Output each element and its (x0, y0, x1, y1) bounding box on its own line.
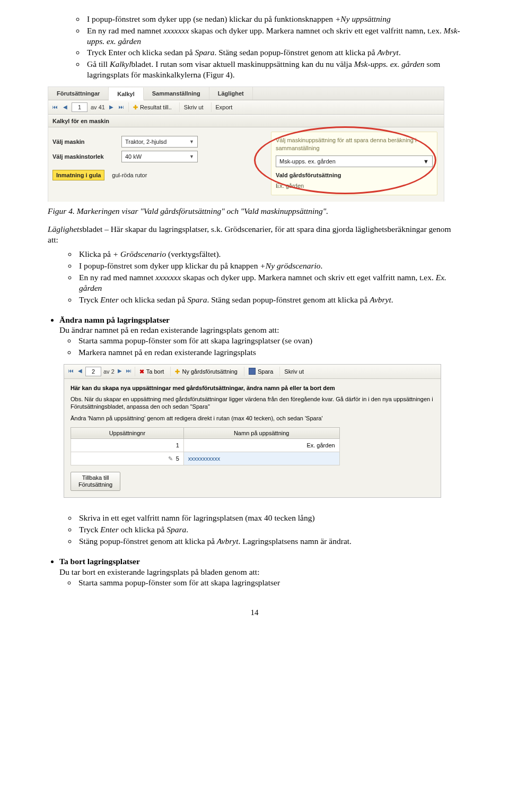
page-number-input[interactable]: 1 (72, 102, 87, 112)
delete-button[interactable]: ✖Ta bort (135, 367, 169, 376)
laglighet-para: Läglighetsbladet – Här skapar du lagring… (48, 224, 461, 245)
last-page-icon[interactable]: ⏭ (125, 368, 133, 375)
print-button[interactable]: Skriv ut (279, 367, 308, 376)
shot2-heading: Här kan du skapa nya uppsättningar med g… (71, 384, 434, 392)
andra-heading: Ändra namn på lagringsplatser (59, 315, 170, 324)
page-total-label: av 2 (103, 368, 115, 375)
figure-4-caption: Figur 4. Markeringen visar "Vald gårdsfö… (48, 206, 461, 217)
list-item: Klicka på + Grödscenario (verktygsfältet… (77, 249, 461, 260)
tab-sammanstallning[interactable]: Sammanställning (144, 87, 209, 100)
fig4-toolbar: ⏮ ◀ 1 av 41 ▶ ⏭ ✚Resultat till.. Skriv u… (48, 100, 444, 115)
andra-list-item: Starta samma popup-fönster som för att s… (76, 335, 461, 346)
list-item: Tryck Enter och klicka sedan på Spara. S… (85, 47, 461, 58)
list-item: Stäng popup-fönstret genom att klicka på… (77, 536, 461, 547)
fig4-section-title: Kalkyl för en maskin (48, 115, 444, 127)
plus-icon: ✚ (175, 368, 180, 375)
tabort-intro: Du tar bort en existerande lagringsplats… (59, 567, 461, 577)
next-page-icon[interactable]: ▶ (108, 104, 115, 111)
next-page-icon[interactable]: ▶ (117, 368, 123, 375)
prev-page-icon[interactable]: ◀ (77, 368, 83, 375)
last-page-icon[interactable]: ⏭ (118, 104, 125, 111)
shot2-rename-hint: Ändra 'Namn på uppsättning' genom att re… (71, 414, 434, 422)
tab-laglighet[interactable]: Läglighet (209, 87, 253, 100)
back-button[interactable]: Tillbaka till Förutsättning (71, 472, 120, 491)
group-value: Ex. gården (276, 181, 433, 191)
first-page-icon[interactable]: ⏮ (51, 104, 59, 111)
row1-label: Välj maskin (52, 138, 116, 145)
tabort-heading: Ta bort lagringsplatser (59, 557, 140, 566)
list-item: Tryck Enter och klicka på Spara. (77, 524, 461, 535)
laglighet-list: Klicka på + Grödscenario (verktygsfältet… (48, 249, 461, 305)
first-page-icon[interactable]: ⏮ (67, 368, 75, 375)
page-number: 14 (48, 608, 461, 618)
table-row[interactable]: 5 xxxxxxxxxxx (71, 452, 340, 465)
input-highlight-text: gul-röda rutor (110, 170, 149, 180)
shot2-toolbar: ⏮ ◀ 2 av 2 ▶ ⏭ ✖Ta bort ✚Ny gårdsförutsä… (64, 365, 441, 379)
group-title: Vald gårdsförutsättning (276, 171, 433, 179)
after-shot2-list: Skriva in ett eget valfritt namn för lag… (48, 513, 461, 546)
list-item: En ny rad med namnet xxxxxxx skapas och … (85, 25, 461, 47)
page-number-input[interactable]: 2 (85, 367, 101, 376)
th-namn: Namn på uppsättning (183, 427, 339, 438)
tab-kalkyl[interactable]: Kalkyl (109, 88, 143, 100)
page-total-label: av 41 (91, 103, 105, 111)
intro-list: I popup-fönstret som dyker upp (se nedan… (48, 14, 461, 80)
input-highlight-badge: Inmatning i gula (52, 170, 104, 180)
panel-hint: Välj maskinuppsättning för att spara den… (276, 136, 433, 152)
machine-dropdown[interactable]: Traktor, 2-hjulsd▼ (121, 136, 198, 148)
mask-uppsattning-select[interactable]: Msk-upps. ex. gården▼ (276, 156, 433, 167)
andra-section: Ändra namn på lagringsplatser Du ändrar … (59, 315, 461, 358)
shot2-obs: Obs. När du skapar en uppsättning med gå… (71, 395, 434, 410)
list-item: Tryck Enter och klicka sedan på Spara. S… (77, 295, 461, 305)
print-button[interactable]: Skriv ut (179, 102, 208, 112)
save-button[interactable]: Spara (244, 367, 277, 376)
save-icon (249, 368, 256, 375)
table-row[interactable]: 1 Ex. gården (71, 438, 340, 452)
prev-page-icon[interactable]: ◀ (62, 104, 68, 111)
chevron-down-icon: ▼ (423, 156, 429, 167)
row2-label: Välj maskinstorlek (52, 153, 116, 160)
fig4-tabs: Förutsättningar Kalkyl Sammanställning L… (48, 87, 444, 100)
th-uppsattningnr: Uppsättningnr (71, 427, 184, 438)
tabort-section: Ta bort lagringsplatser Du tar bort en e… (59, 556, 461, 588)
list-item: Skriva in ett eget valfritt namn för lag… (77, 513, 461, 523)
list-item: Gå till Kalkylbladet. I rutan som visar … (85, 59, 461, 80)
rename-popup-screenshot: ⏮ ◀ 2 av 2 ▶ ⏭ ✖Ta bort ✚Ny gårdsförutsä… (64, 364, 441, 498)
list-item: En ny rad med namnet xxxxxxx skapas och … (77, 272, 461, 293)
new-config-button[interactable]: ✚Ny gårdsförutsättning (170, 367, 242, 376)
export-button[interactable]: Export (211, 102, 237, 112)
tab-forutsattningar[interactable]: Förutsättningar (48, 87, 109, 100)
plus-icon: ✚ (133, 103, 138, 111)
result-button[interactable]: ✚Resultat till.. (128, 102, 176, 112)
andra-list-item: Markera namnet på en redan existerande l… (76, 347, 461, 358)
config-table: Uppsättningnr Namn på uppsättning 1 Ex. … (71, 427, 340, 465)
figure-4-screenshot: Förutsättningar Kalkyl Sammanställning L… (48, 87, 444, 202)
list-item: I popup-fönstret som dyker upp (se nedan… (85, 14, 461, 24)
andra-intro: Du ändrar namnet på en redan existerande… (59, 325, 461, 335)
x-icon: ✖ (139, 368, 144, 375)
chevron-down-icon: ▼ (189, 136, 194, 147)
list-item: I popup-fönstret som dyker upp klickar d… (77, 261, 461, 271)
machine-size-dropdown[interactable]: 40 kW▼ (121, 151, 198, 162)
tabort-list-item: Starta samma popup-fönster som för att s… (76, 577, 461, 588)
chevron-down-icon: ▼ (189, 151, 194, 162)
